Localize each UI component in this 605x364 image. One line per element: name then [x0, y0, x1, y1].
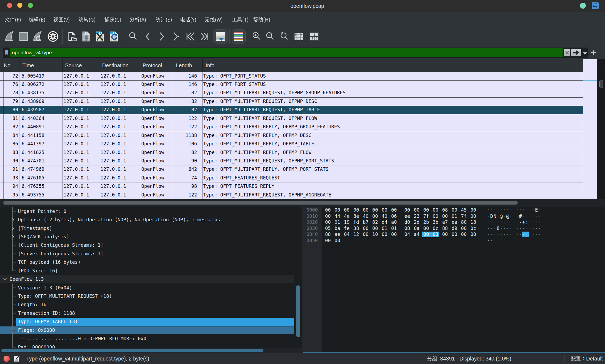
reload-file-button[interactable]: 1010110101110 [108, 30, 121, 43]
ascii-char[interactable]: · [522, 213, 526, 219]
ascii-char[interactable]: · [503, 219, 506, 225]
menu-wireless[interactable] [205, 12, 223, 27]
ascii-char[interactable]: # [519, 213, 522, 219]
hex-byte[interactable]: 00 [423, 207, 429, 213]
hex-byte[interactable]: d0 [405, 219, 410, 225]
menu-edit[interactable] [29, 12, 45, 27]
column-header-length[interactable]: Length [176, 59, 192, 72]
packet-row-91[interactable]: 916.474969127.0.0.1127.0.0.1OpenFlow642T… [0, 165, 597, 173]
ascii-char[interactable]: · [506, 231, 509, 238]
ascii-char[interactable]: · [500, 207, 503, 213]
ascii-char[interactable]: · [497, 207, 500, 213]
column-header-time[interactable]: Time [22, 59, 34, 72]
ascii-char[interactable]: · [487, 213, 490, 219]
ascii-char[interactable]: · [506, 207, 509, 213]
ascii-char[interactable]: · [516, 219, 519, 225]
ascii-char[interactable]: · [500, 231, 503, 238]
ascii-char[interactable]: · [509, 213, 513, 219]
ascii-char[interactable]: 8 [497, 225, 500, 232]
auto-scroll-toggle[interactable] [213, 29, 228, 44]
hex-byte[interactable]: 00 [335, 207, 340, 213]
hex-byte[interactable]: 82 [372, 219, 378, 225]
zoom-in-button[interactable] [250, 30, 263, 43]
stop-capture-button[interactable] [17, 30, 30, 43]
ascii-char[interactable]: · [538, 225, 542, 232]
hex-row-0040[interactable]: 004088ae04120010000004a4000300000000····… [303, 231, 605, 238]
ascii-char[interactable]: · [487, 225, 490, 232]
ascii-char[interactable]: · [503, 213, 506, 219]
ascii-char[interactable]: · [490, 219, 493, 225]
hex-row-0030[interactable]: 003005bafe3800000101080a000c88d9000c···8… [303, 225, 605, 232]
ascii-char[interactable]: · [525, 213, 529, 219]
packet-row-95[interactable]: 956.493755127.0.0.1127.0.0.1OpenFlow122T… [0, 191, 597, 199]
packet-row-81[interactable]: 816.440364127.0.0.1127.0.0.1OpenFlow122T… [0, 114, 597, 123]
ascii-char[interactable]: · [538, 207, 542, 213]
ascii-char[interactable]: ; [525, 219, 529, 225]
open-file-button[interactable] [66, 30, 79, 43]
ascii-char[interactable]: · [490, 225, 493, 232]
filter-value-field[interactable]: openflow_v4.type [10, 48, 563, 57]
hex-byte[interactable]: a0 [391, 219, 397, 225]
ascii-char[interactable]: + [522, 219, 526, 225]
hex-byte[interactable]: 10 [372, 231, 378, 238]
ascii-char[interactable]: · [525, 225, 529, 232]
hex-byte[interactable]: 38 [353, 225, 359, 232]
hex-byte[interactable]: 0c [433, 225, 438, 232]
hex-byte[interactable]: a7 [442, 219, 448, 225]
ascii-char[interactable]: · [493, 207, 497, 213]
column-header-destination[interactable]: Destination [102, 59, 129, 72]
wireshark-app-icon[interactable] [592, 2, 599, 9]
next-packet-button[interactable] [155, 30, 168, 43]
profile-text[interactable]: Default [571, 353, 603, 364]
hex-byte[interactable]: 03 [433, 231, 438, 238]
hex-byte[interactable]: ea [452, 219, 457, 225]
packet-row-80[interactable]: 806.439587127.0.0.1127.0.0.1OpenFlow82Ty… [0, 106, 597, 114]
hex-byte[interactable]: 19 [344, 219, 350, 225]
hex-byte[interactable]: b7 [363, 219, 369, 225]
hex-row-0020[interactable]: 0020000119fdb782d4a0d02d2b3ba7ea8018····… [303, 219, 605, 225]
ascii-char[interactable]: · [525, 207, 529, 213]
ascii-char[interactable]: · [509, 231, 513, 238]
ascii-char[interactable]: · [490, 231, 493, 238]
hex-byte[interactable]: 00 [363, 225, 369, 232]
ascii-char[interactable]: · [503, 231, 506, 238]
hex-byte[interactable]: 0a [414, 225, 419, 232]
packet-list-vertical-scrollbar[interactable] [597, 59, 605, 207]
hex-byte[interactable]: 06 [391, 213, 397, 219]
hex-byte[interactable]: ae [335, 231, 340, 238]
column-header-no[interactable]: No. [4, 59, 12, 72]
packet-row-88[interactable]: 886.441625127.0.0.1127.0.0.1OpenFlow82Ty… [0, 148, 597, 157]
packet-detail-horizontal-scrollbar[interactable] [0, 348, 302, 353]
zoom-out-button[interactable] [264, 30, 277, 43]
hex-byte[interactable]: 00 [372, 207, 378, 213]
hex-byte[interactable]: 00 [325, 207, 331, 213]
ascii-char[interactable]: · [532, 219, 535, 225]
ascii-char[interactable]: · [493, 231, 497, 238]
ascii-char[interactable]: · [522, 225, 526, 232]
menu-file[interactable] [5, 12, 21, 27]
ascii-char[interactable]: - [519, 219, 522, 225]
capture-comment-icon[interactable] [14, 355, 20, 363]
filter-dropdown-caret[interactable] [583, 51, 587, 56]
menubar-status-dot-icon[interactable] [580, 3, 586, 9]
ascii-char[interactable]: · [516, 213, 519, 219]
hex-byte[interactable]: 00 [414, 207, 419, 213]
packet-row-93[interactable]: 936.476105127.0.0.1127.0.0.1OpenFlow74Ty… [0, 174, 597, 182]
hex-byte[interactable]: ba [335, 225, 340, 232]
hex-byte[interactable]: 00 [372, 213, 378, 219]
hex-byte[interactable]: 8e [353, 213, 359, 219]
hex-byte[interactable]: 3b [433, 219, 438, 225]
hex-row-0010[interactable]: 001000444e8e40004006ee237f0000017f00·DN·… [303, 213, 605, 219]
column-separator[interactable] [140, 59, 140, 72]
hex-byte[interactable]: 88 [325, 231, 331, 238]
menu-tools[interactable] [232, 12, 249, 27]
ascii-char[interactable]: · [529, 219, 532, 225]
ascii-char[interactable]: N [493, 213, 497, 219]
ascii-char[interactable]: · [522, 207, 526, 213]
hex-byte[interactable]: fd [353, 219, 359, 225]
scrollbar-thumb[interactable] [1, 349, 263, 352]
hex-byte[interactable]: 00 [433, 207, 438, 213]
hex-byte[interactable]: 04 [344, 231, 350, 238]
hex-byte[interactable]: 00 [391, 207, 397, 213]
ascii-char[interactable]: · [532, 213, 535, 219]
